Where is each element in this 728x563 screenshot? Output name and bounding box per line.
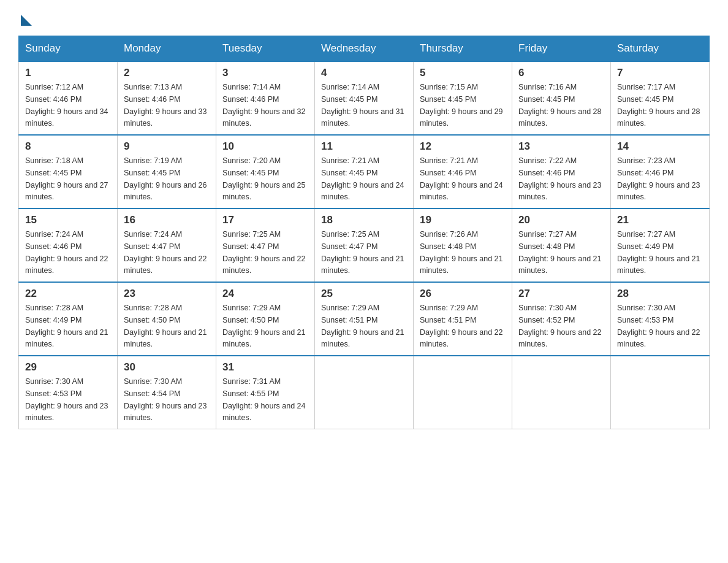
day-number: 25: [321, 288, 407, 300]
header-monday: Monday: [118, 36, 216, 62]
calendar-cell: [414, 356, 512, 429]
day-number: 27: [518, 288, 604, 300]
calendar-cell: 10 Sunrise: 7:20 AMSunset: 4:45 PMDaylig…: [216, 135, 315, 209]
logo: [18, 12, 32, 23]
day-info: Sunrise: 7:23 AMSunset: 4:46 PMDaylight:…: [617, 156, 700, 201]
calendar-cell: [611, 356, 710, 429]
calendar-cell: 15 Sunrise: 7:24 AMSunset: 4:46 PMDaylig…: [19, 209, 118, 282]
calendar-cell: 11 Sunrise: 7:21 AMSunset: 4:45 PMDaylig…: [315, 135, 414, 209]
day-info: Sunrise: 7:24 AMSunset: 4:46 PMDaylight:…: [25, 230, 108, 275]
calendar-cell: 25 Sunrise: 7:29 AMSunset: 4:51 PMDaylig…: [315, 282, 414, 356]
header: [18, 12, 710, 23]
day-info: Sunrise: 7:20 AMSunset: 4:45 PMDaylight:…: [222, 156, 306, 201]
day-number: 5: [420, 67, 506, 79]
week-row-1: 1 Sunrise: 7:12 AMSunset: 4:46 PMDayligh…: [19, 61, 710, 135]
day-number: 28: [617, 288, 703, 300]
day-number: 29: [25, 361, 111, 373]
day-info: Sunrise: 7:31 AMSunset: 4:55 PMDaylight:…: [222, 377, 306, 422]
header-saturday: Saturday: [611, 36, 710, 62]
day-info: Sunrise: 7:14 AMSunset: 4:45 PMDaylight:…: [321, 83, 404, 128]
calendar-cell: 13 Sunrise: 7:22 AMSunset: 4:46 PMDaylig…: [512, 135, 611, 209]
day-info: Sunrise: 7:30 AMSunset: 4:54 PMDaylight:…: [124, 377, 207, 422]
calendar-cell: [512, 356, 611, 429]
calendar-cell: 20 Sunrise: 7:27 AMSunset: 4:48 PMDaylig…: [512, 209, 611, 282]
day-info: Sunrise: 7:17 AMSunset: 4:45 PMDaylight:…: [617, 83, 700, 128]
calendar-cell: 3 Sunrise: 7:14 AMSunset: 4:46 PMDayligh…: [216, 61, 315, 135]
calendar-cell: 9 Sunrise: 7:19 AMSunset: 4:45 PMDayligh…: [118, 135, 216, 209]
day-info: Sunrise: 7:13 AMSunset: 4:46 PMDaylight:…: [124, 83, 207, 128]
day-number: 8: [25, 140, 111, 153]
day-number: 31: [222, 361, 308, 373]
day-number: 3: [222, 67, 308, 79]
day-number: 26: [420, 288, 506, 300]
day-number: 24: [222, 288, 308, 300]
day-number: 22: [25, 288, 111, 300]
calendar-cell: 30 Sunrise: 7:30 AMSunset: 4:54 PMDaylig…: [118, 356, 216, 429]
calendar-cell: 1 Sunrise: 7:12 AMSunset: 4:46 PMDayligh…: [19, 61, 118, 135]
week-row-3: 15 Sunrise: 7:24 AMSunset: 4:46 PMDaylig…: [19, 209, 710, 282]
day-info: Sunrise: 7:18 AMSunset: 4:45 PMDaylight:…: [25, 156, 108, 201]
day-number: 15: [25, 214, 111, 226]
day-info: Sunrise: 7:21 AMSunset: 4:45 PMDaylight:…: [321, 156, 404, 201]
day-info: Sunrise: 7:27 AMSunset: 4:49 PMDaylight:…: [617, 230, 700, 275]
day-number: 13: [518, 140, 604, 153]
day-number: 14: [617, 140, 703, 153]
day-info: Sunrise: 7:21 AMSunset: 4:46 PMDaylight:…: [420, 156, 503, 201]
calendar-cell: 5 Sunrise: 7:15 AMSunset: 4:45 PMDayligh…: [414, 61, 512, 135]
day-number: 7: [617, 67, 703, 79]
day-info: Sunrise: 7:24 AMSunset: 4:47 PMDaylight:…: [124, 230, 207, 275]
header-sunday: Sunday: [19, 36, 118, 62]
day-number: 9: [124, 140, 210, 153]
calendar-cell: 19 Sunrise: 7:26 AMSunset: 4:48 PMDaylig…: [414, 209, 512, 282]
calendar-header-row: SundayMondayTuesdayWednesdayThursdayFrid…: [19, 36, 710, 62]
calendar-cell: 7 Sunrise: 7:17 AMSunset: 4:45 PMDayligh…: [611, 61, 710, 135]
week-row-5: 29 Sunrise: 7:30 AMSunset: 4:53 PMDaylig…: [19, 356, 710, 429]
day-info: Sunrise: 7:19 AMSunset: 4:45 PMDaylight:…: [124, 156, 207, 201]
calendar-cell: 6 Sunrise: 7:16 AMSunset: 4:45 PMDayligh…: [512, 61, 611, 135]
day-info: Sunrise: 7:25 AMSunset: 4:47 PMDaylight:…: [222, 230, 306, 275]
day-info: Sunrise: 7:22 AMSunset: 4:46 PMDaylight:…: [518, 156, 602, 201]
day-number: 17: [222, 214, 308, 226]
day-number: 21: [617, 214, 703, 226]
calendar-cell: 18 Sunrise: 7:25 AMSunset: 4:47 PMDaylig…: [315, 209, 414, 282]
header-thursday: Thursday: [414, 36, 512, 62]
calendar-cell: 29 Sunrise: 7:30 AMSunset: 4:53 PMDaylig…: [19, 356, 118, 429]
calendar-cell: 28 Sunrise: 7:30 AMSunset: 4:53 PMDaylig…: [611, 282, 710, 356]
day-number: 23: [124, 288, 210, 300]
calendar-cell: 22 Sunrise: 7:28 AMSunset: 4:49 PMDaylig…: [19, 282, 118, 356]
day-number: 2: [124, 67, 210, 79]
day-number: 18: [321, 214, 407, 226]
day-info: Sunrise: 7:28 AMSunset: 4:49 PMDaylight:…: [25, 304, 108, 348]
day-info: Sunrise: 7:26 AMSunset: 4:48 PMDaylight:…: [420, 230, 503, 275]
day-info: Sunrise: 7:16 AMSunset: 4:45 PMDaylight:…: [518, 83, 602, 128]
header-friday: Friday: [512, 36, 611, 62]
day-number: 1: [25, 67, 111, 79]
day-number: 10: [222, 140, 308, 153]
header-tuesday: Tuesday: [216, 36, 315, 62]
day-info: Sunrise: 7:25 AMSunset: 4:47 PMDaylight:…: [321, 230, 404, 275]
calendar-cell: 23 Sunrise: 7:28 AMSunset: 4:50 PMDaylig…: [118, 282, 216, 356]
day-info: Sunrise: 7:30 AMSunset: 4:53 PMDaylight:…: [617, 304, 700, 348]
calendar-table: SundayMondayTuesdayWednesdayThursdayFrid…: [18, 36, 710, 429]
calendar-cell: 2 Sunrise: 7:13 AMSunset: 4:46 PMDayligh…: [118, 61, 216, 135]
day-number: 16: [124, 214, 210, 226]
calendar-cell: 17 Sunrise: 7:25 AMSunset: 4:47 PMDaylig…: [216, 209, 315, 282]
day-info: Sunrise: 7:27 AMSunset: 4:48 PMDaylight:…: [518, 230, 602, 275]
logo-triangle-icon: [21, 15, 32, 26]
day-info: Sunrise: 7:14 AMSunset: 4:46 PMDaylight:…: [222, 83, 306, 128]
calendar-cell: 27 Sunrise: 7:30 AMSunset: 4:52 PMDaylig…: [512, 282, 611, 356]
calendar-cell: 31 Sunrise: 7:31 AMSunset: 4:55 PMDaylig…: [216, 356, 315, 429]
day-number: 4: [321, 67, 407, 79]
day-info: Sunrise: 7:29 AMSunset: 4:51 PMDaylight:…: [420, 304, 503, 348]
day-info: Sunrise: 7:12 AMSunset: 4:46 PMDaylight:…: [25, 83, 108, 128]
day-info: Sunrise: 7:15 AMSunset: 4:45 PMDaylight:…: [420, 83, 503, 128]
day-number: 12: [420, 140, 506, 153]
calendar-cell: 12 Sunrise: 7:21 AMSunset: 4:46 PMDaylig…: [414, 135, 512, 209]
calendar-cell: 14 Sunrise: 7:23 AMSunset: 4:46 PMDaylig…: [611, 135, 710, 209]
header-wednesday: Wednesday: [315, 36, 414, 62]
calendar-cell: 8 Sunrise: 7:18 AMSunset: 4:45 PMDayligh…: [19, 135, 118, 209]
calendar-cell: 4 Sunrise: 7:14 AMSunset: 4:45 PMDayligh…: [315, 61, 414, 135]
calendar-cell: 21 Sunrise: 7:27 AMSunset: 4:49 PMDaylig…: [611, 209, 710, 282]
calendar-cell: 24 Sunrise: 7:29 AMSunset: 4:50 PMDaylig…: [216, 282, 315, 356]
calendar-cell: 26 Sunrise: 7:29 AMSunset: 4:51 PMDaylig…: [414, 282, 512, 356]
